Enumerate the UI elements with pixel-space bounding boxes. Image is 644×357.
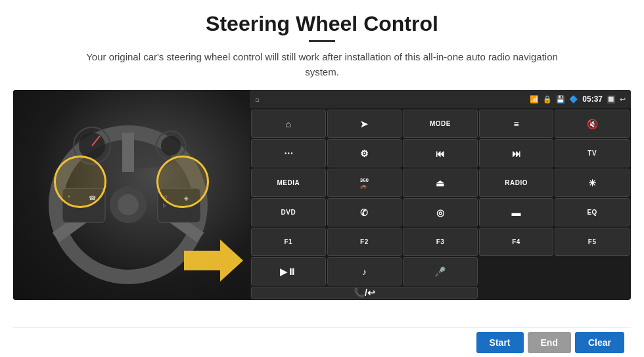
f5-button[interactable]: F5 bbox=[555, 228, 630, 256]
apps-button[interactable]: ⋯ bbox=[251, 139, 326, 167]
head-unit-display: ⌂ 📶 🔒 💾 🔷 05:37 🔲 ↩ ⌂ ➤ MODE ≡ bbox=[250, 90, 631, 300]
start-button[interactable]: Start bbox=[476, 332, 524, 353]
end-button[interactable]: End bbox=[528, 332, 571, 353]
prev-button[interactable]: ⏮ bbox=[403, 139, 478, 167]
f3-button[interactable]: F3 bbox=[403, 228, 478, 256]
settings-button[interactable]: ⚙ bbox=[327, 139, 402, 167]
bluetooth-icon: 🔷 bbox=[569, 95, 578, 104]
screen-button[interactable]: ▬ bbox=[479, 198, 554, 226]
maps-button[interactable]: ◎ bbox=[403, 198, 478, 226]
phone-button[interactable]: ✆ bbox=[327, 198, 402, 226]
title-divider bbox=[309, 40, 335, 42]
battery-icon: 🔲 bbox=[607, 95, 616, 104]
status-bar: ⌂ 📶 🔒 💾 🔷 05:37 🔲 ↩ bbox=[250, 90, 631, 108]
eq-button[interactable]: EQ bbox=[555, 198, 630, 226]
content-row: + - ☎ ◁ ▷ ◈ bbox=[13, 90, 631, 327]
mute-button[interactable]: 🔇 bbox=[555, 110, 630, 138]
360-button[interactable]: 360🚗 bbox=[327, 169, 402, 197]
wifi-icon: 📶 bbox=[530, 95, 539, 104]
status-bar-right: 📶 🔒 💾 🔷 05:37 🔲 ↩ bbox=[530, 94, 626, 104]
highlight-left-controls bbox=[54, 156, 106, 208]
next-button[interactable]: ⏭ bbox=[479, 139, 554, 167]
status-bar-left: ⌂ bbox=[255, 95, 260, 103]
list-button[interactable]: ≡ bbox=[479, 110, 554, 138]
page-title: Steering Wheel Control bbox=[206, 12, 438, 36]
media-button[interactable]: MEDIA bbox=[251, 169, 326, 197]
highlight-right-controls bbox=[156, 156, 209, 208]
nav-button[interactable]: ➤ bbox=[327, 110, 402, 138]
mic-button[interactable]: 🎤 bbox=[403, 257, 478, 285]
call-end-button[interactable]: 📞/↩ bbox=[251, 287, 478, 299]
steering-wheel-image: + - ☎ ◁ ▷ ◈ bbox=[13, 90, 250, 300]
clear-button[interactable]: Clear bbox=[575, 332, 624, 353]
brightness-button[interactable]: ☀ bbox=[555, 169, 630, 197]
tv-button[interactable]: TV bbox=[555, 139, 630, 167]
f4-button[interactable]: F4 bbox=[479, 228, 554, 256]
back-icon[interactable]: ↩ bbox=[620, 95, 626, 104]
radio-button[interactable]: RADIO bbox=[479, 169, 554, 197]
playpause-button[interactable]: ▶⏸ bbox=[251, 257, 326, 285]
svg-marker-20 bbox=[184, 240, 243, 282]
page-subtitle: Your original car's steering wheel contr… bbox=[72, 50, 572, 79]
status-time: 05:37 bbox=[582, 94, 603, 104]
home-button[interactable]: ⌂ bbox=[251, 110, 326, 138]
f2-button[interactable]: F2 bbox=[327, 228, 402, 256]
svg-point-19 bbox=[161, 136, 181, 156]
bottom-action-bar: Start End Clear bbox=[13, 327, 631, 357]
sd-icon: 💾 bbox=[556, 95, 565, 104]
lock-icon: 🔒 bbox=[543, 95, 552, 104]
home-icon[interactable]: ⌂ bbox=[255, 95, 260, 103]
svg-point-6 bbox=[118, 194, 139, 215]
dvd-button[interactable]: DVD bbox=[251, 198, 326, 226]
eject-button[interactable]: ⏏ bbox=[403, 169, 478, 197]
arrow-indicator bbox=[184, 234, 243, 287]
mode-button[interactable]: MODE bbox=[403, 110, 478, 138]
music-button[interactable]: ♪ bbox=[327, 257, 402, 285]
f1-button[interactable]: F1 bbox=[251, 228, 326, 256]
control-button-grid: ⌂ ➤ MODE ≡ 🔇 ⋯ ⚙ ⏮ ⏭ TV MEDIA 360🚗 ⏏ RAD… bbox=[250, 108, 631, 300]
